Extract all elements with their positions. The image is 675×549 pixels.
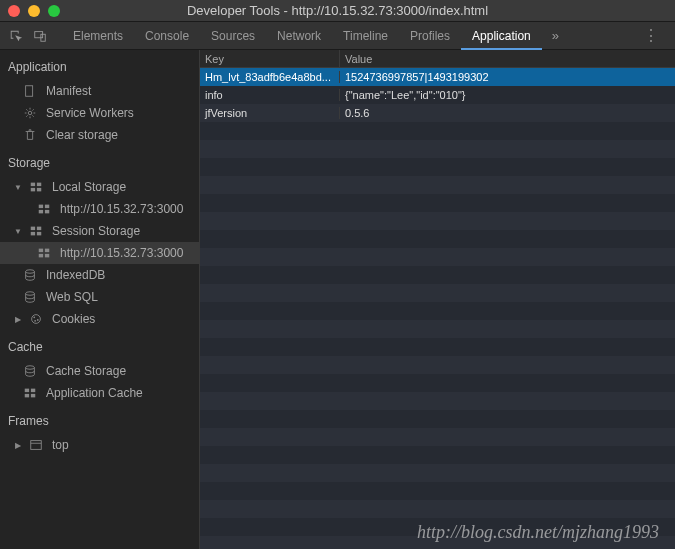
svg-rect-10	[39, 210, 43, 214]
close-window-button[interactable]	[8, 5, 20, 17]
inspect-icon[interactable]	[6, 26, 26, 46]
tab-sources[interactable]: Sources	[200, 22, 266, 50]
table-row-empty	[200, 266, 675, 284]
manifest-icon	[22, 83, 38, 99]
db-icon	[22, 267, 38, 283]
svg-rect-27	[25, 389, 29, 393]
svg-rect-28	[31, 389, 35, 393]
sidebar-item[interactable]: http://10.15.32.73:3000	[0, 198, 199, 220]
storage-icon	[22, 385, 38, 401]
svg-point-25	[34, 320, 36, 322]
devtools-tabbar: ElementsConsoleSourcesNetworkTimelinePro…	[0, 22, 675, 50]
sidebar-item[interactable]: ▼Session Storage	[0, 220, 199, 242]
table-row-empty	[200, 230, 675, 248]
sidebar-item-label: Service Workers	[46, 106, 134, 120]
svg-rect-13	[37, 227, 41, 231]
table-row-empty	[200, 194, 675, 212]
overflow-tabs-button[interactable]: »	[542, 28, 569, 43]
table-row-empty	[200, 122, 675, 140]
grid-rows: Hm_lvt_83adfb6e4a8bd...1524736997857|149…	[200, 68, 675, 549]
svg-rect-14	[31, 232, 35, 236]
gear-icon	[22, 105, 38, 121]
sidebar-item[interactable]: Service Workers	[0, 102, 199, 124]
sidebar-item-label: Session Storage	[52, 224, 140, 238]
svg-rect-17	[45, 249, 49, 253]
cell-value: 1524736997857|1493199302	[340, 71, 675, 83]
sidebar-item-label: Application Cache	[46, 386, 143, 400]
tab-application[interactable]: Application	[461, 22, 542, 50]
sidebar-item-label: Clear storage	[46, 128, 118, 142]
table-row-empty	[200, 176, 675, 194]
sidebar-item[interactable]: Web SQL	[0, 286, 199, 308]
svg-rect-12	[31, 227, 35, 231]
sidebar-item[interactable]: ▶top	[0, 434, 199, 456]
sidebar-item[interactable]: IndexedDB	[0, 264, 199, 286]
table-row-empty	[200, 284, 675, 302]
column-key-header[interactable]: Key	[200, 50, 340, 67]
table-row-empty	[200, 338, 675, 356]
panel-tabs: ElementsConsoleSourcesNetworkTimelinePro…	[62, 22, 542, 50]
menu-button[interactable]: ⋮	[633, 26, 669, 45]
table-row-empty	[200, 248, 675, 266]
svg-point-20	[26, 270, 35, 274]
cell-value: {"name":"Lee","id":"010"}	[340, 89, 675, 101]
table-row-empty	[200, 392, 675, 410]
table-row[interactable]: jfVersion0.5.6	[200, 104, 675, 122]
table-row-empty	[200, 374, 675, 392]
svg-rect-15	[37, 232, 41, 236]
table-row-empty	[200, 410, 675, 428]
table-row[interactable]: Hm_lvt_83adfb6e4a8bd...1524736997857|149…	[200, 68, 675, 86]
sidebar-item[interactable]: Cache Storage	[0, 360, 199, 382]
sidebar-item-label: Cookies	[52, 312, 95, 326]
sidebar-item[interactable]: ▶Cookies	[0, 308, 199, 330]
svg-rect-9	[45, 205, 49, 209]
svg-point-26	[26, 366, 35, 370]
tab-timeline[interactable]: Timeline	[332, 22, 399, 50]
svg-rect-29	[25, 394, 29, 398]
storage-icon	[36, 201, 52, 217]
table-row[interactable]: info{"name":"Lee","id":"010"}	[200, 86, 675, 104]
cookie-icon	[28, 311, 44, 327]
storage-icon	[36, 245, 52, 261]
table-row-empty	[200, 302, 675, 320]
tab-elements[interactable]: Elements	[62, 22, 134, 50]
zoom-window-button[interactable]	[48, 5, 60, 17]
storage-icon	[28, 223, 44, 239]
table-row-empty	[200, 140, 675, 158]
sidebar-item[interactable]: Clear storage	[0, 124, 199, 146]
column-value-header[interactable]: Value	[340, 50, 675, 67]
tab-console[interactable]: Console	[134, 22, 200, 50]
sidebar-item-label: Web SQL	[46, 290, 98, 304]
cell-value: 0.5.6	[340, 107, 675, 119]
sidebar-group-storage: Storage	[0, 146, 199, 176]
sidebar-item[interactable]: http://10.15.32.73:3000	[0, 242, 199, 264]
minimize-window-button[interactable]	[28, 5, 40, 17]
tab-network[interactable]: Network	[266, 22, 332, 50]
svg-rect-2	[26, 86, 33, 97]
sidebar-item[interactable]: Application Cache	[0, 382, 199, 404]
chevron-right-icon: ▶	[14, 441, 22, 449]
sidebar-item[interactable]: ▼Local Storage	[0, 176, 199, 198]
trash-icon	[22, 127, 38, 143]
storage-icon	[28, 179, 44, 195]
device-toolbar-icon[interactable]	[30, 26, 50, 46]
sidebar-group-application: Application	[0, 50, 199, 80]
cell-key: info	[200, 89, 340, 101]
tab-profiles[interactable]: Profiles	[399, 22, 461, 50]
svg-rect-16	[39, 249, 43, 253]
table-row-empty	[200, 158, 675, 176]
cell-key: jfVersion	[200, 107, 340, 119]
svg-point-3	[28, 111, 32, 115]
sidebar-item-label: IndexedDB	[46, 268, 105, 282]
sidebar-item[interactable]: Manifest	[0, 80, 199, 102]
sidebar-item-label: top	[52, 438, 69, 452]
svg-rect-8	[39, 205, 43, 209]
chevron-right-icon: ▶	[14, 315, 22, 323]
sidebar-item-label: Local Storage	[52, 180, 126, 194]
db-icon	[22, 289, 38, 305]
sidebar-item-label: Cache Storage	[46, 364, 126, 378]
svg-rect-5	[37, 183, 41, 187]
sidebar-item-label: http://10.15.32.73:3000	[60, 246, 183, 260]
svg-rect-30	[31, 394, 35, 398]
table-row-empty	[200, 518, 675, 536]
